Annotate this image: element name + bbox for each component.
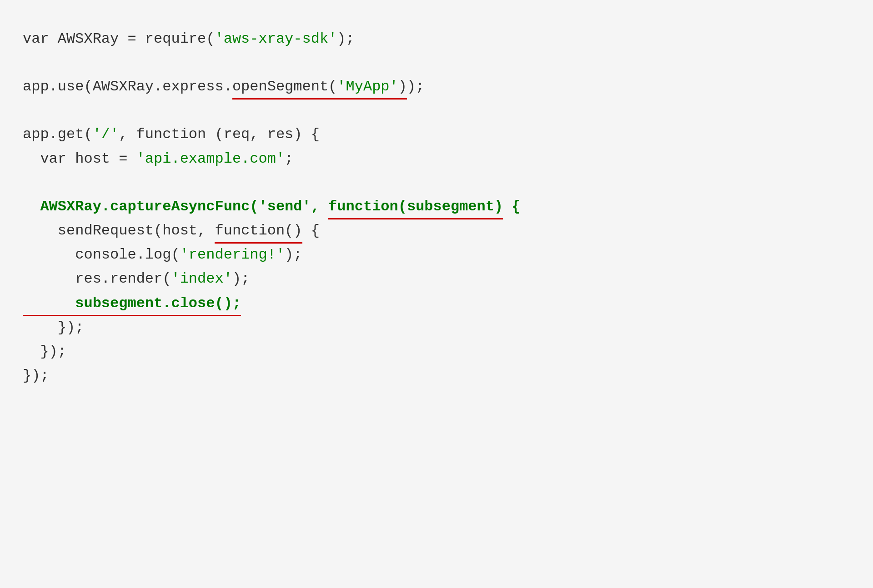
code-line-5: AWSXRay.captureAsyncFunc('send', functio… (23, 195, 850, 218)
code-token-underline: openSegment('MyApp') (232, 75, 407, 98)
code-line-1: var AWSXRay = require('aws-xray-sdk'); (23, 27, 850, 50)
code-line-2: app.use(AWSXRay.express.openSegment('MyA… (23, 75, 850, 98)
code-line-7: console.log('rendering!'); (23, 243, 850, 266)
code-token: }); (23, 367, 49, 384)
code-token-str-green: 'send' (258, 198, 311, 215)
code-token: res.render( (23, 270, 171, 287)
code-token: ); (407, 78, 424, 95)
code-token: ; (285, 150, 293, 167)
code-token: ); (232, 270, 250, 287)
code-token-str: 'MyApp' (337, 78, 398, 95)
blank-line-2 (23, 99, 850, 123)
code-token-str: 'rendering!' (180, 246, 285, 263)
code-token-green-underline-close: subsegment.close(); (23, 292, 241, 315)
code-token-green: , (311, 198, 328, 215)
code-token: var AWSXRay = require( (23, 30, 215, 47)
code-block: var AWSXRay = require('aws-xray-sdk'); a… (23, 27, 850, 387)
code-token-green: AWSXRay.captureAsyncFunc( (23, 198, 258, 215)
code-token: { (302, 222, 320, 239)
code-token-green: { (503, 198, 520, 215)
code-line-8: res.render('index'); (23, 267, 850, 290)
code-token-str: 'aws-xray-sdk' (215, 30, 337, 47)
code-token-green-underline: function(subsegment) (328, 195, 503, 218)
code-line-3: app.get('/', function (req, res) { (23, 123, 850, 146)
code-token-str: '/' (93, 126, 119, 143)
code-token-str: 'index' (171, 270, 232, 287)
code-token-underline: function() (215, 219, 302, 242)
code-token: , function (req, res) { (119, 126, 320, 143)
code-token: app.get( (23, 126, 93, 143)
code-line-4: var host = 'api.example.com'; (23, 147, 850, 170)
code-token: var host = (23, 150, 136, 167)
code-token: ); (285, 246, 302, 263)
code-token: ); (337, 30, 354, 47)
code-token-str: 'api.example.com' (136, 150, 285, 167)
code-token: sendRequest(host, (23, 222, 215, 239)
code-container: var AWSXRay = require('aws-xray-sdk'); a… (0, 0, 873, 588)
code-line-10: }); (23, 316, 850, 339)
blank-line-3 (23, 171, 850, 195)
code-line-11: }); (23, 340, 850, 363)
code-token: app.use(AWSXRay.express. (23, 78, 232, 95)
code-line-6: sendRequest(host, function() { (23, 219, 850, 242)
code-token: }); (23, 343, 66, 360)
code-line-9: subsegment.close(); (23, 292, 850, 315)
code-token: }); (23, 319, 84, 336)
code-line-12: }); (23, 364, 850, 387)
code-token: console.log( (23, 246, 180, 263)
blank-line-1 (23, 51, 850, 75)
